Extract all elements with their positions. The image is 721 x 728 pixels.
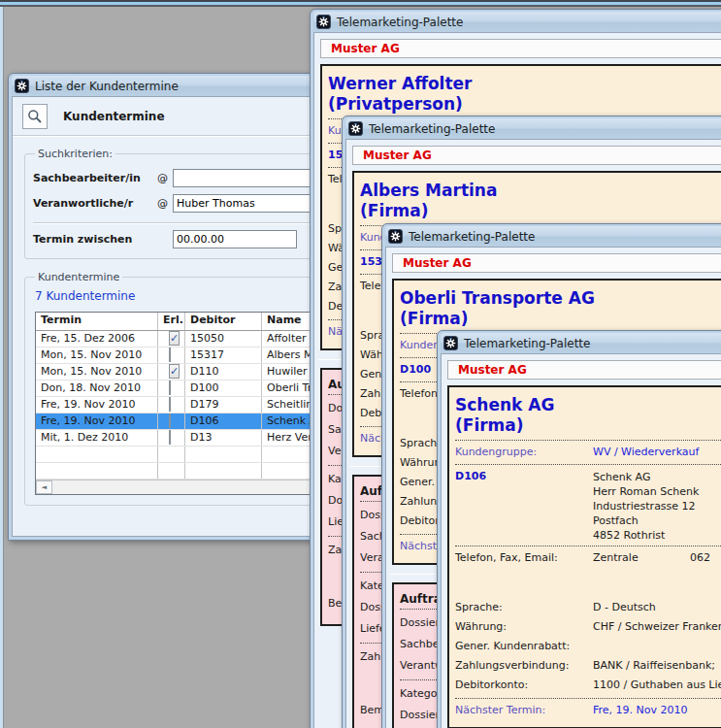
- telefon-number: 062: [690, 549, 710, 567]
- titlebar[interactable]: Telemarketing-Palette: [385, 226, 721, 247]
- erledigt-checkbox[interactable]: ✓: [169, 364, 180, 379]
- customer-address: Schenk AG Herr Roman Schenk Industriestr…: [593, 468, 699, 543]
- col-erl[interactable]: Erl.: [158, 313, 185, 330]
- termin-zwischen-label: Termin zwischen: [33, 233, 157, 246]
- sachbearbeiter-input[interactable]: [173, 169, 328, 187]
- result-count-link[interactable]: 7 Kundentermine: [35, 289, 135, 303]
- at-symbol: @: [157, 197, 173, 210]
- window-title: Telemarketing-Palette: [369, 122, 495, 136]
- titlebar[interactable]: Telemarketing-Palette: [313, 12, 721, 32]
- erledigt-checkbox[interactable]: [169, 414, 171, 428]
- zahlungsverbindung-label: Zahlungsverbindung:: [455, 656, 593, 676]
- telefon-type: Zentrale: [593, 549, 690, 567]
- window-title: Telemarketing-Palette: [464, 337, 590, 350]
- debitorkonto-value: 1100 / Guthaben aus Lieferungen: [593, 676, 721, 695]
- company-banner: Muster AG: [320, 39, 721, 58]
- company-banner: Muster AG: [352, 146, 721, 165]
- kundengruppe-value: WV / Wiederverkauf: [593, 444, 699, 461]
- sprache-value: D - Deutsch: [593, 598, 656, 617]
- sachbearbeiter-label: Sachbearbeiter/in: [33, 172, 157, 184]
- waehrung-label: Währung:: [455, 617, 593, 637]
- window-title: Liste der Kundentermine: [35, 80, 179, 93]
- app-gear-icon: [348, 121, 363, 136]
- window-title: Telemarketing-Palette: [337, 16, 463, 29]
- app-gear-icon: [443, 336, 458, 350]
- telemarketing-window-schenk: Telemarketing-Palette Muster AG Schenk A…: [437, 330, 721, 728]
- background-window-left-edge: [0, 7, 4, 728]
- erledigt-checkbox[interactable]: [169, 381, 171, 395]
- kundentermine-legend: Kundentermine: [35, 271, 122, 283]
- customer-heading: Albers Martina(Firma): [360, 181, 721, 221]
- app-gear-icon: [388, 229, 403, 244]
- zahlungsverbindung-value: BANK / Raiffeisenbank;: [593, 656, 715, 676]
- naechster-termin-value: Fre, 19. Nov 2010: [593, 702, 688, 719]
- at-symbol: @: [157, 172, 173, 184]
- naechster-termin-label: Nächster Termin:: [455, 702, 593, 719]
- col-termin[interactable]: Termin: [36, 313, 158, 330]
- company-banner: Muster AG: [447, 360, 721, 380]
- erledigt-checkbox[interactable]: [169, 397, 171, 412]
- search-button[interactable]: [22, 104, 48, 129]
- titlebar[interactable]: Telemarketing-Palette: [345, 118, 721, 139]
- page-title: Kundentermine: [63, 110, 165, 123]
- col-debitor[interactable]: Debitor: [185, 313, 262, 330]
- customer-heading: Schenk AG(Firma): [455, 395, 721, 436]
- window-title: Telemarketing-Palette: [409, 230, 535, 244]
- waehrung-value: CHF / Schweizer Franken: [593, 617, 721, 637]
- verantwortliche-input[interactable]: [173, 194, 328, 213]
- search-criteria-legend: Suchkriterien:: [35, 148, 115, 160]
- magnifier-icon: [27, 109, 43, 124]
- background-window-top-edge: [0, 0, 721, 8]
- app-gear-icon: [316, 15, 331, 29]
- customer-panel: Schenk AG(Firma) Kundengruppe:WV / Wiede…: [447, 385, 721, 728]
- kundenrabatt-label: Gener. Kundenrabatt:: [455, 637, 593, 656]
- scroll-left-button[interactable]: ◄: [36, 480, 52, 494]
- customer-heading: Werner Affolter(Privatperson): [328, 74, 721, 115]
- telefon-label: Telefon, Fax, Email:: [455, 549, 593, 567]
- sprache-label: Sprache:: [455, 598, 593, 617]
- company-banner: Muster AG: [392, 253, 721, 273]
- erledigt-checkbox[interactable]: ✓: [169, 331, 180, 346]
- customer-heading: Oberli Transporte AG(Firma): [400, 288, 721, 329]
- debitorkonto-label: Debitorkonto:: [455, 676, 593, 695]
- kundengruppe-label: Kundengruppe:: [455, 444, 593, 461]
- termin-von-input[interactable]: [173, 230, 297, 248]
- erledigt-checkbox[interactable]: [169, 347, 171, 362]
- debitor-number: D106: [455, 468, 593, 485]
- verantwortliche-label: Veranwortliche/r: [33, 197, 157, 210]
- app-gear-icon: [15, 79, 29, 93]
- titlebar[interactable]: Telemarketing-Palette: [441, 333, 721, 353]
- erledigt-checkbox[interactable]: [169, 430, 171, 445]
